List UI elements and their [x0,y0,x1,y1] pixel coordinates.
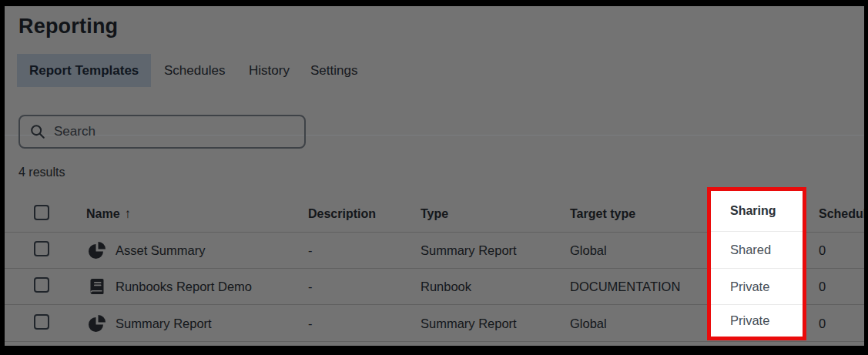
search-icon [29,123,46,140]
search-box[interactable] [18,115,306,149]
tab-bar: Report Templates Schedules History Setti… [5,54,864,88]
book-icon [88,277,106,296]
row-checkbox[interactable] [34,314,49,330]
tab-history-label: History [249,63,290,79]
report-type: Summary Report [421,243,517,258]
sharing-column-highlight-box: Sharing Shared Private Private [707,187,806,340]
report-description: - [308,243,313,258]
pie-chart-icon [88,314,106,333]
page-title: Reporting [18,15,118,39]
row-checkbox[interactable] [34,277,49,293]
report-target-type: Global [570,243,607,258]
report-description: - [308,316,313,330]
tab-report-templates-label: Report Templates [29,63,139,79]
select-all-checkbox[interactable] [34,205,49,220]
report-description: - [308,280,313,294]
column-header-type[interactable]: Type [421,207,448,221]
search-input[interactable] [54,124,285,139]
tab-history[interactable]: History [236,54,302,87]
report-schedules-count: 0 [819,316,826,330]
tab-schedules[interactable]: Schedules [152,54,237,87]
pie-chart-icon [88,241,106,260]
report-schedules-count: 0 [819,243,826,258]
sharing-value: Private [711,269,803,305]
report-name[interactable]: Summary Report [116,316,212,330]
row-checkbox[interactable] [34,241,49,256]
sharing-value: Private [711,305,803,337]
column-header-schedules[interactable]: Schedules [819,207,864,221]
report-target-type: DOCUMENTATION [570,280,680,294]
sharing-value: Shared [711,232,803,269]
tab-report-templates[interactable]: Report Templates [17,54,151,87]
report-type: Runbook [421,280,471,294]
column-header-sharing[interactable]: Sharing [711,191,803,232]
tab-settings[interactable]: Settings [298,54,370,87]
results-count: 4 results [18,166,65,179]
sort-ascending-icon[interactable]: ↑ [125,206,132,221]
tab-settings-label: Settings [310,63,357,79]
tab-schedules-label: Schedules [164,63,225,79]
report-type: Summary Report [421,316,517,330]
column-header-name[interactable]: Name↑ [86,206,131,222]
report-target-type: Global [570,316,607,330]
report-name[interactable]: Runbooks Report Demo [116,280,252,294]
report-name[interactable]: Asset Summary [116,243,205,258]
report-schedules-count: 0 [819,280,826,294]
reporting-page: Reporting Report Templates Schedules His… [5,6,864,346]
column-header-description[interactable]: Description [308,207,376,221]
column-header-target-type[interactable]: Target type [570,207,635,221]
